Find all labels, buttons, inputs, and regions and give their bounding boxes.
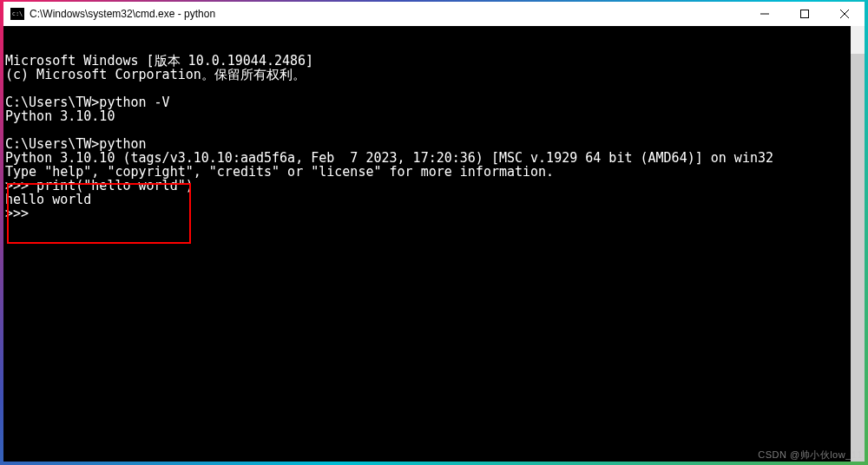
scrollbar-thumb[interactable] xyxy=(851,54,865,462)
watermark: CSDN @帅小伙low_11 xyxy=(758,449,863,462)
cmd-icon xyxy=(10,8,24,20)
scrollbar[interactable] xyxy=(851,26,865,462)
minimize-button[interactable] xyxy=(745,2,785,26)
window-title: C:\Windows\system32\cmd.exe - python xyxy=(30,8,745,20)
maximize-button[interactable] xyxy=(785,2,825,26)
svg-rect-1 xyxy=(801,10,809,18)
terminal-area[interactable]: Microsoft Windows [版本 10.0.19044.2486] (… xyxy=(3,26,865,462)
close-button[interactable] xyxy=(825,2,865,26)
window-controls xyxy=(745,2,865,26)
cmd-window: C:\Windows\system32\cmd.exe - python Mic… xyxy=(3,2,865,462)
titlebar[interactable]: C:\Windows\system32\cmd.exe - python xyxy=(3,2,865,26)
terminal-output: Microsoft Windows [版本 10.0.19044.2486] (… xyxy=(3,54,865,220)
